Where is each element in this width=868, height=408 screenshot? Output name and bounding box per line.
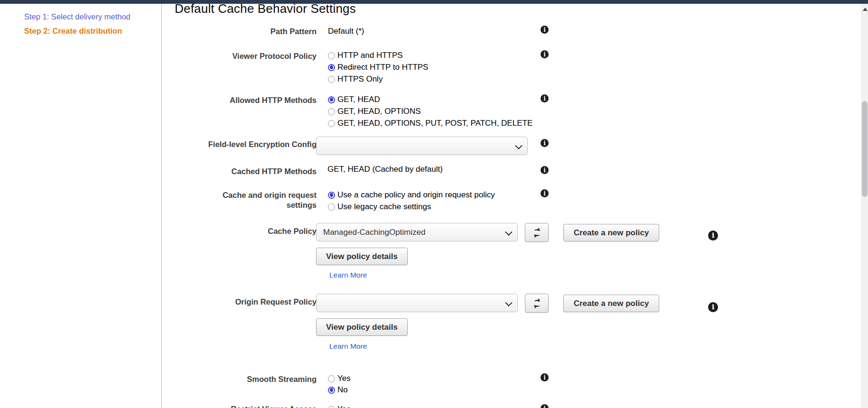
path-pattern-label: Path Pattern [162, 27, 317, 37]
radio-option-label: Yes [337, 405, 351, 408]
info-icon[interactable] [541, 26, 549, 34]
radio-all-methods[interactable] [328, 120, 335, 127]
top-navbar-edge [0, 0, 868, 4]
radio-option-label: Yes [337, 374, 351, 383]
radio-option-label: GET, HEAD [337, 95, 380, 104]
radio-option-label: Use legacy cache settings [337, 202, 431, 212]
radio-redirect-http-to-https[interactable] [328, 64, 335, 71]
radio-option-label: Redirect HTTP to HTTPS [337, 63, 428, 72]
scrollbar-thumb[interactable] [862, 101, 868, 197]
radio-smooth-streaming-no[interactable] [328, 387, 335, 394]
cached-http-methods-label: Cached HTTP Methods [162, 167, 317, 176]
radio-option-label: No [337, 385, 348, 395]
field-level-encryption-select[interactable] [316, 137, 528, 155]
info-icon[interactable] [541, 50, 549, 58]
chevron-down-icon [515, 142, 523, 149]
viewer-protocol-policy-label: Viewer Protocol Policy [162, 51, 317, 61]
info-icon[interactable] [541, 94, 549, 102]
origin-request-policy-refresh-button[interactable] [525, 294, 549, 313]
smooth-streaming-label: Smooth Streaming [162, 374, 317, 384]
info-icon[interactable] [541, 139, 549, 147]
cache-policy-select[interactable]: Managed-CachingOptimized [316, 223, 518, 241]
page-title: Default Cache Behavior Settings [175, 1, 356, 16]
radio-http-and-https[interactable] [328, 52, 335, 59]
origin-request-policy-label: Origin Request Policy [162, 297, 317, 307]
radio-use-cache-policy[interactable] [328, 192, 335, 199]
cache-policy-refresh-button[interactable] [525, 223, 549, 242]
origin-request-policy-select[interactable] [316, 294, 518, 312]
radio-get-head[interactable] [328, 96, 335, 103]
cached-http-methods-value: GET, HEAD (Cached by default) [327, 165, 443, 174]
select-value: Managed-CachingOptimized [323, 228, 425, 237]
field-level-encryption-label: Field-level Encryption Config [162, 139, 317, 149]
refresh-icon [533, 300, 541, 307]
info-icon[interactable] [708, 231, 718, 241]
scrollbar-track[interactable] [861, 4, 868, 408]
radio-get-head-options[interactable] [328, 108, 335, 115]
sidebar-divider [161, 4, 162, 408]
info-icon[interactable] [541, 189, 549, 197]
origin-request-policy-create-button[interactable]: Create a new policy [563, 295, 659, 312]
info-icon[interactable] [541, 373, 549, 381]
radio-option-label: Use a cache policy and origin request po… [337, 190, 495, 200]
radio-option-label: HTTP and HTTPS [337, 51, 403, 60]
cache-policy-label: Cache Policy [162, 226, 317, 236]
chevron-down-icon [505, 228, 513, 236]
chevron-down-icon [505, 299, 513, 306]
radio-smooth-streaming-yes[interactable] [328, 375, 335, 382]
scrollbar-up-arrow-icon[interactable] [863, 8, 868, 11]
cache-policy-details-button[interactable]: View policy details [316, 248, 408, 265]
info-icon[interactable] [541, 166, 549, 174]
radio-option-label: HTTPS Only [337, 74, 383, 84]
radio-https-only[interactable] [328, 76, 335, 83]
restrict-viewer-access-label: Restrict Viewer Access [162, 404, 317, 408]
path-pattern-value: Default (*) [328, 27, 364, 36]
info-icon[interactable] [541, 404, 549, 408]
sidebar-step-2-current: Step 2: Create distribution [24, 27, 122, 36]
sidebar-step-1-link[interactable]: Step 1: Select delivery method [24, 12, 131, 21]
allowed-http-methods-label: Allowed HTTP Methods [162, 95, 317, 105]
cache-origin-settings-label: Cache and origin request settings [214, 190, 317, 210]
info-icon[interactable] [708, 302, 718, 312]
radio-option-label: GET, HEAD, OPTIONS, PUT, POST, PATCH, DE… [337, 119, 532, 128]
cache-policy-learn-more-link[interactable]: Learn More [329, 271, 367, 279]
cache-policy-create-button[interactable]: Create a new policy [563, 224, 659, 241]
refresh-icon [533, 229, 541, 236]
origin-request-policy-details-button[interactable]: View policy details [316, 318, 408, 336]
radio-option-label: GET, HEAD, OPTIONS [337, 107, 421, 116]
origin-request-policy-learn-more-link[interactable]: Learn More [329, 342, 367, 351]
radio-use-legacy-cache[interactable] [328, 204, 335, 211]
radio-restrict-viewer-access-yes[interactable] [328, 406, 335, 408]
